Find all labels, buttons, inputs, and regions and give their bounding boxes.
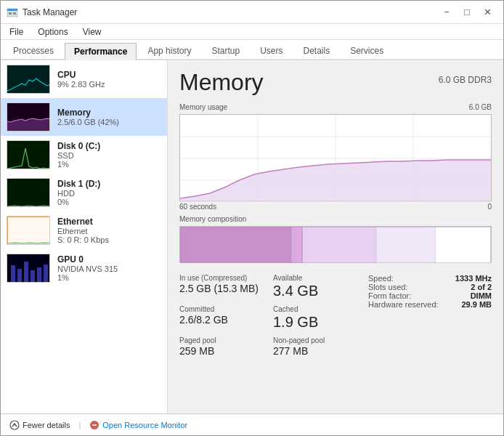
disk1-detail2: 0%	[57, 198, 100, 206]
reserved-label: Hardware reserved:	[368, 300, 439, 309]
disk1-thumbnail	[7, 178, 50, 207]
cached-value: 1.9 GB	[273, 314, 361, 331]
left-stats: In use (Compressed) 2.5 GB (15.3 MB) Ava…	[179, 274, 361, 357]
ethernet-thumbnail	[7, 216, 50, 245]
in-use-label: In use (Compressed)	[179, 274, 267, 282]
cpu-thumbnail	[7, 65, 50, 94]
tab-bar: Processes Performance App history Startu…	[1, 40, 503, 60]
open-resource-monitor-label: Open Resource Monitor	[102, 421, 187, 429]
speed-row: Speed: 1333 MHz	[368, 274, 492, 283]
paged-pool-label: Paged pool	[179, 336, 267, 344]
tab-performance[interactable]: Performance	[65, 43, 137, 60]
sidebar-item-disk1[interactable]: Disk 1 (D:) HDD 0%	[1, 174, 167, 211]
memory-composition-chart	[179, 226, 492, 262]
slots-label: Slots used:	[368, 283, 407, 291]
ethernet-detail1: Ethernet	[57, 227, 109, 235]
footer-separator: |	[78, 421, 81, 429]
disk0-thumbnail	[7, 140, 50, 169]
speed-value: 1333 MHz	[455, 274, 492, 283]
stat-paged-pool: Paged pool 259 MB	[179, 336, 267, 357]
memory-label: Memory	[57, 108, 119, 118]
memory-thumbnail	[7, 102, 50, 132]
svg-rect-20	[302, 227, 376, 263]
menu-bar: File Options View	[1, 24, 503, 40]
window-controls: − □ ✕	[436, 5, 497, 20]
svg-rect-7	[24, 262, 28, 283]
committed-label: Committed	[179, 305, 267, 313]
minimize-button[interactable]: −	[436, 5, 457, 20]
stat-committed: Committed 2.6/8.2 GB	[179, 305, 267, 331]
tab-app-history[interactable]: App history	[138, 42, 200, 59]
menu-options[interactable]: Options	[35, 25, 70, 39]
sidebar-item-cpu[interactable]: CPU 9% 2.83 GHz	[1, 60, 167, 98]
form-value: DIMM	[471, 291, 492, 300]
stat-in-use: In use (Compressed) 2.5 GB (15.3 MB)	[179, 274, 267, 299]
chart-time-right: 0	[487, 203, 492, 211]
svg-rect-8	[31, 270, 35, 283]
svg-rect-22	[436, 227, 491, 263]
svg-rect-6	[17, 269, 22, 283]
disk1-detail1: HDD	[57, 189, 100, 198]
speed-label: Speed:	[368, 274, 394, 283]
cpu-detail: 9% 2.83 GHz	[57, 80, 105, 89]
detail-spec: 6.0 GB DDR3	[439, 75, 492, 85]
memory-usage-svg	[180, 115, 491, 202]
tab-processes[interactable]: Processes	[4, 42, 63, 59]
reserved-value: 29.9 MB	[461, 300, 492, 309]
chart-time-left: 60 seconds	[179, 203, 216, 211]
sidebar-item-disk0[interactable]: Disk 0 (C:) SSD 1%	[1, 136, 167, 174]
menu-file[interactable]: File	[7, 25, 26, 39]
ethernet-label: Ethernet	[57, 217, 109, 227]
tab-startup[interactable]: Startup	[202, 42, 249, 59]
disk0-label: Disk 0 (C:)	[57, 141, 100, 151]
chart-label-row: Memory usage 6.0 GB	[179, 103, 492, 111]
chart-label: Memory usage	[179, 103, 227, 111]
tab-details[interactable]: Details	[293, 42, 339, 59]
composition-label: Memory composition	[179, 215, 492, 223]
fewer-details-button[interactable]: Fewer details	[9, 420, 70, 430]
svg-rect-9	[37, 267, 41, 283]
fewer-details-label: Fewer details	[23, 421, 70, 429]
svg-rect-18	[180, 227, 291, 263]
stat-available: Available 3.4 GB	[273, 274, 361, 299]
gpu0-detail1: NVIDIA NVS 315	[57, 265, 118, 273]
non-paged-pool-value: 277 MB	[273, 345, 361, 357]
sidebar: CPU 9% 2.83 GHz Memory 2.5/6.0 GB (42%)	[1, 60, 168, 413]
detail-header: Memory 6.0 GB DDR3	[179, 69, 492, 96]
cpu-label: CPU	[57, 70, 105, 80]
title-bar: Task Manager − □ ✕	[1, 1, 503, 24]
gpu0-label: GPU 0	[57, 254, 118, 265]
open-resource-monitor-button[interactable]: Open Resource Monitor	[89, 420, 187, 430]
committed-value: 2.6/8.2 GB	[179, 314, 267, 326]
non-paged-pool-label: Non-paged pool	[273, 336, 361, 344]
svg-rect-1	[7, 9, 17, 11]
close-button[interactable]: ✕	[477, 5, 497, 20]
chart-max: 6.0 GB	[469, 103, 492, 111]
ethernet-info: Ethernet Ethernet S: 0 R: 0 Kbps	[57, 217, 109, 244]
svg-rect-2	[9, 12, 12, 15]
ethernet-detail2: S: 0 R: 0 Kbps	[57, 235, 109, 244]
menu-view[interactable]: View	[80, 25, 105, 39]
svg-rect-19	[291, 227, 302, 263]
detail-panel: Memory 6.0 GB DDR3 Memory usage 6.0 GB	[168, 60, 503, 413]
maximize-button[interactable]: □	[457, 5, 477, 20]
gpu0-info: GPU 0 NVIDIA NVS 315 1%	[57, 254, 118, 282]
sidebar-item-memory[interactable]: Memory 2.5/6.0 GB (42%)	[1, 98, 167, 136]
svg-rect-3	[13, 12, 16, 15]
tab-users[interactable]: Users	[251, 42, 292, 59]
memory-detail: 2.5/6.0 GB (42%)	[57, 118, 119, 126]
chevron-up-icon	[9, 420, 20, 430]
sidebar-item-ethernet[interactable]: Ethernet Ethernet S: 0 R: 0 Kbps	[1, 211, 167, 249]
tab-services[interactable]: Services	[341, 42, 393, 59]
cpu-info: CPU 9% 2.83 GHz	[57, 70, 105, 89]
stats-grid: In use (Compressed) 2.5 GB (15.3 MB) Ava…	[179, 274, 361, 357]
disk1-label: Disk 1 (D:)	[57, 179, 100, 189]
task-manager-window: Task Manager − □ ✕ File Options View Pro…	[0, 0, 504, 436]
slots-value: 2 of 2	[471, 283, 492, 291]
sidebar-item-gpu0[interactable]: GPU 0 NVIDIA NVS 315 1%	[1, 249, 167, 287]
form-label: Form factor:	[368, 291, 411, 300]
slots-row: Slots used: 2 of 2	[368, 283, 492, 291]
form-row: Form factor: DIMM	[368, 291, 492, 300]
window-title: Task Manager	[23, 7, 77, 17]
stat-non-paged-pool: Non-paged pool 277 MB	[273, 336, 361, 357]
